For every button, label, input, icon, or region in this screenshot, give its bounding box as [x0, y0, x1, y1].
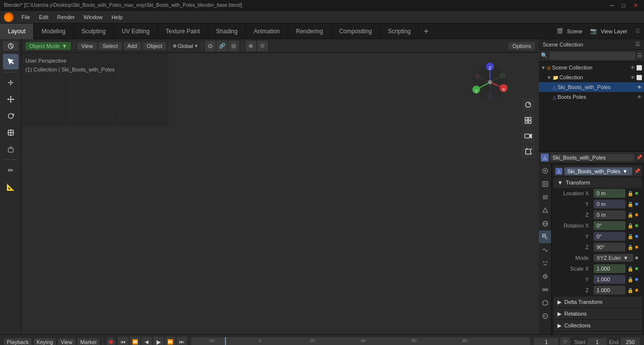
relations-header[interactable]: ▶ Relations: [554, 308, 642, 319]
tool-annotate[interactable]: ✏: [3, 162, 19, 178]
snap-button[interactable]: ⊙: [205, 41, 216, 51]
location-z-lock[interactable]: 🔒: [627, 212, 633, 218]
coll-restrict[interactable]: ⬜: [636, 75, 642, 80]
location-y-value[interactable]: 0 m: [594, 200, 625, 208]
camera-view-button[interactable]: [521, 129, 535, 143]
proportional-edit[interactable]: ◎: [228, 41, 239, 51]
delta-transform-header[interactable]: ▶ Delta Transform: [554, 297, 642, 307]
menu-file[interactable]: File: [18, 13, 34, 21]
tab-texture-paint[interactable]: Texture Paint: [158, 23, 208, 39]
props-tab-data[interactable]: [539, 297, 552, 309]
viewport-overlay[interactable]: ⊞: [257, 41, 268, 51]
rotation-x-lock[interactable]: 🔒: [627, 223, 633, 229]
menu-edit[interactable]: Edit: [35, 13, 52, 21]
ski-boots-eye[interactable]: 👁: [637, 85, 642, 90]
scale-y-value[interactable]: 1.000: [594, 275, 625, 284]
obj-name-dropdown[interactable]: Ski_Boots_with_Poles ▼: [564, 167, 632, 175]
navigation-gizmo[interactable]: Z X Y: [470, 63, 510, 102]
transform-orientation[interactable]: ⊕ Global ▼: [173, 43, 199, 49]
transform-header[interactable]: ▼ Transform: [554, 177, 642, 188]
timeline-scrubber[interactable]: -20 0 20 40 60 80: [191, 337, 530, 345]
step-forward-button[interactable]: ⏩: [165, 337, 176, 345]
object-name-field[interactable]: Ski_Boots_with_Poles: [551, 154, 634, 161]
tool-select[interactable]: [3, 54, 19, 69]
scene-coll-expand[interactable]: ▼: [541, 65, 546, 70]
props-tab-material[interactable]: [539, 310, 552, 322]
end-frame-field[interactable]: 250: [621, 338, 640, 345]
step-back-button[interactable]: ⏪: [130, 337, 140, 345]
scale-x-lock[interactable]: 🔒: [627, 266, 633, 272]
props-tab-output[interactable]: [539, 178, 552, 190]
record-button[interactable]: [106, 337, 116, 345]
location-x-value[interactable]: 0 m: [594, 189, 625, 198]
location-y-lock[interactable]: 🔒: [627, 202, 633, 207]
jump-end-button[interactable]: ⏭: [177, 337, 187, 345]
object-restrict-icon[interactable]: 📌: [636, 155, 642, 160]
rotation-y-value[interactable]: 0°: [594, 232, 625, 241]
frame-clock-icon[interactable]: ⏱: [560, 337, 570, 345]
rotation-y-lock[interactable]: 🔒: [627, 234, 633, 239]
orthographic-button[interactable]: [521, 145, 535, 159]
tab-animation[interactable]: Animation: [246, 23, 288, 39]
location-z-value[interactable]: 0 m: [594, 210, 625, 219]
view-menu[interactable]: View: [77, 42, 97, 50]
tab-compositing[interactable]: Compositing: [332, 23, 380, 39]
object-menu[interactable]: Object: [143, 42, 166, 50]
snap-options[interactable]: 🔗: [217, 41, 227, 51]
viewport-shading[interactable]: ◉: [245, 41, 256, 51]
props-tab-modifiers[interactable]: [539, 244, 552, 256]
jump-start-button[interactable]: ⏮: [118, 337, 129, 345]
minimize-button[interactable]: ─: [608, 2, 616, 9]
scene-collection-filter[interactable]: ☰: [635, 41, 640, 47]
menu-help[interactable]: Help: [108, 13, 127, 21]
scale-y-lock[interactable]: 🔒: [627, 277, 633, 282]
props-tab-object[interactable]: [539, 230, 552, 243]
scene-coll-restrict[interactable]: ⬜: [636, 65, 642, 70]
tool-rotate[interactable]: [3, 108, 19, 124]
rotation-mode-dropdown[interactable]: XYZ Euler ▼: [594, 254, 633, 262]
location-x-lock[interactable]: 🔒: [627, 191, 633, 196]
zoom-extents-button[interactable]: [521, 114, 535, 127]
tab-layout[interactable]: Layout: [0, 23, 34, 39]
props-tab-physics[interactable]: [539, 270, 552, 283]
boots-poles-eye[interactable]: 👁: [637, 94, 642, 100]
play-button[interactable]: ▶: [153, 337, 164, 345]
start-frame-field[interactable]: 1: [587, 338, 607, 345]
collections-header[interactable]: ▶ Collections: [554, 320, 642, 331]
tab-scripting[interactable]: Scripting: [380, 23, 419, 39]
scale-z-lock[interactable]: 🔒: [627, 288, 633, 293]
scale-x-value[interactable]: 1.000: [594, 264, 625, 273]
close-button[interactable]: ✕: [631, 2, 640, 9]
viewport[interactable]: User Perspective (1) Collection | Ski_Bo…: [22, 53, 539, 334]
options-button[interactable]: Options: [509, 42, 535, 50]
tool-measure[interactable]: 📐: [3, 179, 19, 195]
select-menu[interactable]: Select: [99, 42, 122, 50]
toolbar-panel-toggle[interactable]: [3, 41, 19, 51]
rotation-z-lock[interactable]: 🔒: [627, 245, 633, 250]
props-tab-constraints[interactable]: [539, 283, 552, 296]
playback-menu[interactable]: Playback: [4, 338, 32, 345]
maximize-button[interactable]: □: [620, 2, 627, 9]
outliner-item-ski-boots[interactable]: △ Ski_Boots_with_Poles 👁: [539, 82, 644, 92]
outliner-filter-button[interactable]: ☰: [637, 52, 642, 59]
outliner-item-boots-poles[interactable]: △ Boots Poles 👁: [539, 92, 644, 102]
marker-menu[interactable]: Marker: [77, 338, 100, 345]
tab-sculpting[interactable]: Sculpting: [74, 23, 114, 39]
props-tab-scene[interactable]: [539, 204, 552, 217]
menu-window[interactable]: Window: [80, 13, 107, 21]
blender-logo[interactable]: [4, 12, 14, 22]
tab-uv-editing[interactable]: UV Editing: [114, 23, 158, 39]
pin-icon[interactable]: 📌: [634, 168, 640, 174]
rotation-z-value[interactable]: 90°: [594, 243, 625, 252]
keying-menu[interactable]: Keying: [34, 338, 56, 345]
add-menu[interactable]: Add: [124, 42, 141, 50]
coll-expand[interactable]: ▼: [547, 75, 552, 80]
tool-transform[interactable]: [3, 141, 19, 157]
object-mode-dropdown[interactable]: Object Mode ▼: [25, 42, 71, 50]
rotation-x-value[interactable]: 0°: [594, 221, 625, 230]
current-frame-field[interactable]: 1: [534, 338, 558, 345]
props-tab-world[interactable]: [539, 217, 552, 230]
instancing-header[interactable]: ▶ Instancing: [554, 332, 642, 334]
tool-move[interactable]: [3, 92, 19, 107]
tool-cursor[interactable]: ✛: [3, 75, 19, 91]
